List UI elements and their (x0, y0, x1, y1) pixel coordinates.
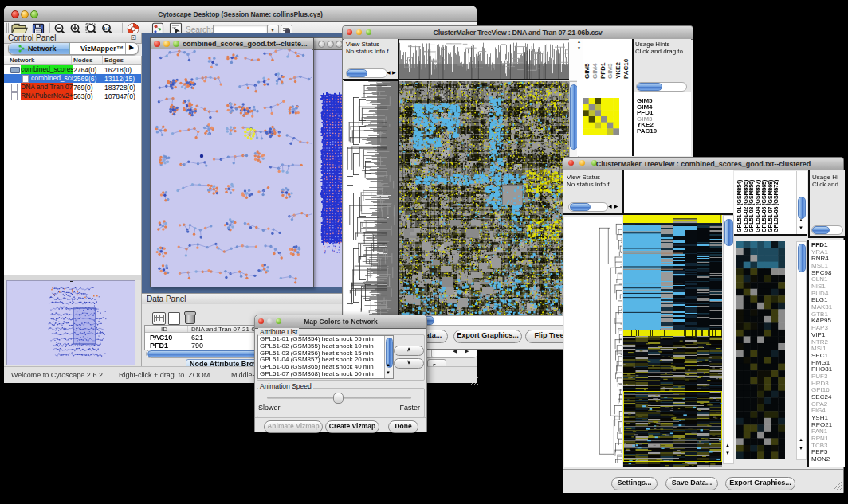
svg-text:1:1: 1:1 (104, 26, 110, 31)
